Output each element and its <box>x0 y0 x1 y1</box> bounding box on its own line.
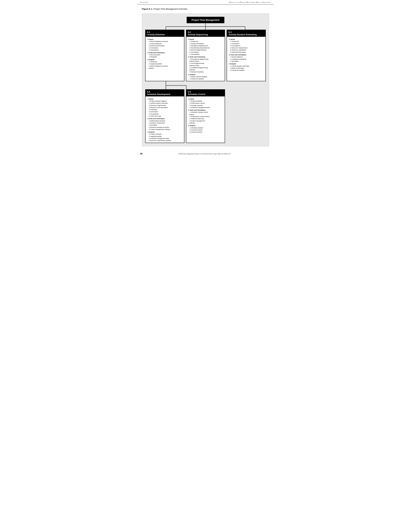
box-6-3-title: Activity Duration Estimating <box>229 33 264 36</box>
box-6-2-header: 6.2 Activity Sequencing <box>186 30 225 37</box>
page-number: 60 <box>140 152 142 155</box>
box-6-2-title: Activity Sequencing <box>188 33 223 36</box>
figure-title: Figure 6–1. Project Time Management Over… <box>142 8 269 10</box>
box-6-3-tools-label: .2 Tools and Techniques <box>229 54 264 56</box>
box-6-2-inputs-label: .1 Inputs <box>188 38 223 40</box>
box-6-1-outputs-label: .3 Outputs <box>147 58 182 61</box>
top-boxes-row: 6.1 Activity Definition .1 Inputs .1 Wor… <box>145 30 266 81</box>
box-6-3-body: .1 Inputs .1 Activity list .2 Constraint… <box>227 37 265 72</box>
box-6-1-header: 6.1 Activity Definition <box>146 30 184 37</box>
copyright: ©1996 Project Management Institute, 130 … <box>142 153 266 155</box>
page-header: Figure 6–1 A Guide to the Project Manage… <box>137 0 274 5</box>
box-6-5-num: 6.5 <box>188 91 223 93</box>
box-6-5: 6.5 Schedule Control .1 Inputs .1 Projec… <box>186 89 225 143</box>
box-6-4-tools-label: .2 Tools and Techniques <box>147 117 182 120</box>
bottom-boxes-row: 6.4 Schedule Development .1 Inputs .1 Pr… <box>145 89 266 143</box>
box-6-2-tools-label: .2 Tools and Techniques <box>188 56 223 58</box>
box-6-3-inputs-label: .1 Inputs <box>229 38 264 40</box>
box-6-1-inputs-label: .1 Inputs <box>147 38 182 40</box>
box-6-3: 6.3 Activity Duration Estimating .1 Inpu… <box>227 30 266 81</box>
box-6-5-tools-label: .2 Tools and Techniques <box>188 109 223 111</box>
header-right: A Guide to the Project Management Body o… <box>229 1 271 3</box>
box-6-2-num: 6.2 <box>188 31 223 33</box>
box-6-5-inputs-label: .1 Inputs <box>188 98 223 100</box>
diagram-area: Project Time Management 6.1 Activity Def… <box>142 13 269 146</box>
box-6-2-outputs-label: .3 Outputs <box>188 74 223 76</box>
box-6-1-tools-label: .2 Tools and Techniques <box>147 52 182 54</box>
box-6-1-title: Activity Definition <box>147 33 182 36</box>
box-6-2: 6.2 Activity Sequencing .1 Inputs .1 Act… <box>186 30 225 81</box>
box-6-5-header: 6.5 Schedule Control <box>186 90 225 96</box>
box-6-3-header: 6.3 Activity Duration Estimating <box>227 30 265 37</box>
box-6-2-body: .1 Inputs .1 Activity list .2 Product de… <box>186 37 225 81</box>
header-left: Figure 6–1 <box>140 1 148 3</box>
box-6-4: 6.4 Schedule Development .1 Inputs .1 Pr… <box>145 89 184 143</box>
box-6-1: 6.1 Activity Definition .1 Inputs .1 Wor… <box>145 30 184 81</box>
box-6-5-outputs-label: .3 Outputs <box>188 124 223 127</box>
box-6-4-title: Schedule Development <box>147 93 182 95</box>
box-6-1-num: 6.1 <box>147 31 182 33</box>
mid-connector <box>145 81 266 89</box>
box-6-3-num: 6.3 <box>229 31 264 33</box>
box-6-5-body: .1 Inputs .1 Project schedule .2 Perform… <box>186 96 225 134</box>
box-6-4-outputs-label: .3 Outputs <box>147 131 182 133</box>
empty-col <box>227 89 266 143</box>
box-6-4-inputs-label: .1 Inputs <box>147 98 182 100</box>
box-6-4-header: 6.4 Schedule Development <box>146 90 184 96</box>
box-6-5-title: Schedule Control <box>188 93 223 95</box>
box-6-3-outputs-label: .3 Outputs <box>229 63 264 65</box>
box-6-4-body: .1 Inputs .1 Project network diagram .2 … <box>146 96 184 143</box>
page-footer: 60 ©1996 Project Management Institute, 1… <box>137 151 274 156</box>
box-6-1-body: .1 Inputs .1 Work breakdown structure .2… <box>146 37 184 70</box>
box-6-4-num: 6.4 <box>147 91 182 93</box>
top-node: Project Time Management <box>187 17 224 23</box>
top-connector <box>145 23 266 30</box>
